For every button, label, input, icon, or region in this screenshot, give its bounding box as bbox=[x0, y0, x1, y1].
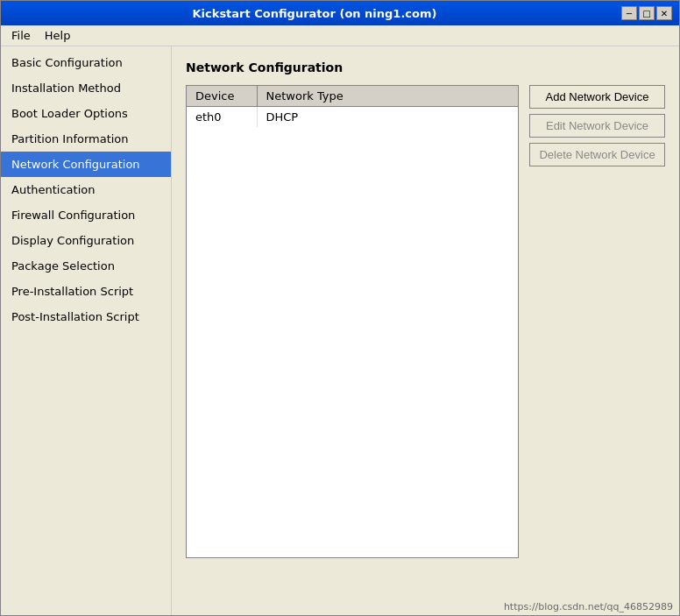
sidebar-item-installation-method[interactable]: Installation Method bbox=[1, 75, 171, 101]
network-table-container: Device Network Type eth0 DHCP bbox=[186, 85, 519, 558]
sidebar-item-post-installation-script[interactable]: Post-Installation Script bbox=[1, 304, 171, 329]
sidebar-item-firewall-configuration[interactable]: Firewall Configuration bbox=[1, 202, 171, 228]
sidebar: Basic Configuration Installation Method … bbox=[1, 46, 172, 615]
sidebar-item-partition-information[interactable]: Partition Information bbox=[1, 126, 171, 152]
sidebar-item-network-configuration[interactable]: Network Configuration bbox=[1, 152, 171, 177]
minimize-button[interactable]: − bbox=[621, 6, 637, 20]
column-header-network-type: Network Type bbox=[257, 86, 518, 107]
sidebar-item-package-selection[interactable]: Package Selection bbox=[1, 253, 171, 279]
column-header-device: Device bbox=[187, 86, 257, 107]
menu-bar: File Help bbox=[1, 25, 679, 46]
network-buttons: Add Network Device Edit Network Device D… bbox=[529, 85, 665, 558]
window-controls: − □ ✕ bbox=[621, 6, 672, 20]
section-title: Network Configuration bbox=[186, 60, 665, 74]
sidebar-item-boot-loader-options[interactable]: Boot Loader Options bbox=[1, 101, 171, 126]
table-row[interactable]: eth0 DHCP bbox=[187, 107, 518, 128]
close-button[interactable]: ✕ bbox=[656, 6, 672, 20]
sidebar-item-display-configuration[interactable]: Display Configuration bbox=[1, 228, 171, 253]
network-table: Device Network Type eth0 DHCP bbox=[187, 86, 518, 127]
menu-help[interactable]: Help bbox=[38, 27, 78, 44]
content-area: Basic Configuration Installation Method … bbox=[1, 46, 679, 615]
delete-network-device-button[interactable]: Delete Network Device bbox=[529, 143, 665, 166]
edit-network-device-button[interactable]: Edit Network Device bbox=[529, 114, 665, 138]
sidebar-item-authentication[interactable]: Authentication bbox=[1, 177, 171, 202]
window-title: Kickstart Configurator (on ning1.com) bbox=[8, 7, 621, 20]
title-bar: Kickstart Configurator (on ning1.com) − … bbox=[1, 1, 679, 25]
network-layout: Device Network Type eth0 DHCP bbox=[186, 85, 665, 558]
main-content: Network Configuration Device Network Typ… bbox=[172, 46, 679, 615]
add-network-device-button[interactable]: Add Network Device bbox=[529, 85, 665, 109]
application-window: Kickstart Configurator (on ning1.com) − … bbox=[0, 0, 680, 616]
watermark: https://blog.csdn.net/qq_46852989 bbox=[504, 601, 673, 612]
sidebar-item-pre-installation-script[interactable]: Pre-Installation Script bbox=[1, 279, 171, 304]
sidebar-item-basic-config[interactable]: Basic Configuration bbox=[1, 50, 171, 75]
menu-file[interactable]: File bbox=[4, 27, 38, 44]
cell-network-type: DHCP bbox=[257, 107, 518, 128]
cell-device: eth0 bbox=[187, 107, 257, 128]
maximize-button[interactable]: □ bbox=[639, 6, 655, 20]
